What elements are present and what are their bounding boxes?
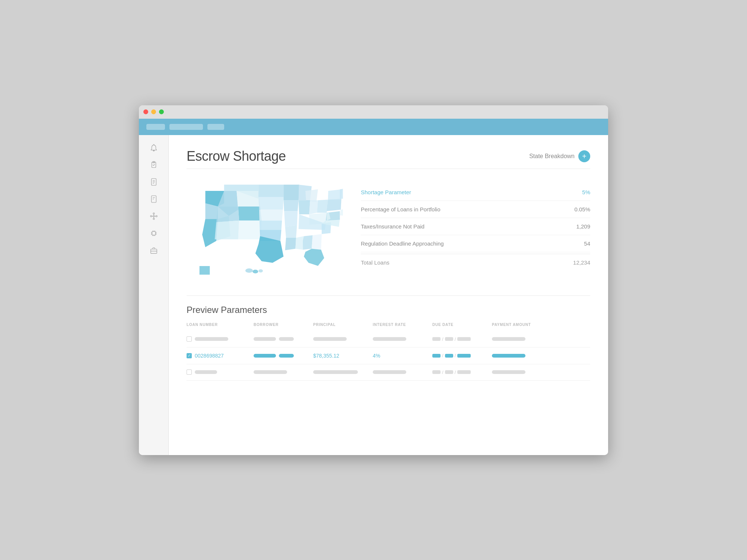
cell-date-1: / / <box>432 336 492 342</box>
svg-marker-54 <box>285 238 296 250</box>
cell-rate-1 <box>373 337 432 341</box>
preview-table: LOAN NUMBER BORROWER PRINCIPAL INTEREST … <box>187 323 590 381</box>
svg-point-75 <box>245 268 253 273</box>
svg-marker-57 <box>305 189 318 202</box>
date-block-active-b <box>445 354 453 358</box>
svg-marker-40 <box>238 207 262 221</box>
state-breakdown-button[interactable]: State Breakdown + <box>529 150 590 162</box>
rate-value: 4% <box>373 353 380 359</box>
loan-bar-3 <box>195 370 217 374</box>
date-block-1c <box>457 337 471 341</box>
stat-label-regulation: Regulation Deadline Approaching <box>361 240 444 247</box>
svg-marker-45 <box>258 197 283 209</box>
svg-rect-18 <box>152 231 155 235</box>
svg-point-77 <box>258 269 263 272</box>
col-due-date: DUE DATE <box>432 323 492 330</box>
top-section: Shortage Parameter 5% Percentage of Loan… <box>187 178 590 284</box>
nav-pill-3[interactable] <box>207 124 224 130</box>
stats-panel: Shortage Parameter 5% Percentage of Loan… <box>361 178 590 271</box>
stat-label-total: Total Loans <box>361 259 390 266</box>
sidebar <box>139 135 169 455</box>
svg-marker-52 <box>284 211 298 227</box>
preview-section: Preview Parameters LOAN NUMBER BORROWER … <box>187 305 590 381</box>
nav-pill-2[interactable] <box>169 124 203 130</box>
cell-borrower-active <box>254 354 313 358</box>
bell-icon[interactable] <box>149 143 159 153</box>
add-state-breakdown-icon[interactable]: + <box>578 150 590 162</box>
cell-borrower-1 <box>254 337 313 341</box>
cell-loan-1 <box>187 336 254 342</box>
briefcase-icon[interactable] <box>149 245 159 256</box>
svg-marker-59 <box>309 200 318 214</box>
us-map-svg <box>187 178 343 282</box>
minimize-dot[interactable] <box>151 109 156 114</box>
maximize-dot[interactable] <box>159 109 164 114</box>
table-header: LOAN NUMBER BORROWER PRINCIPAL INTEREST … <box>187 323 590 330</box>
borrower-bar-active-1 <box>254 354 276 358</box>
amount-bar-3 <box>492 370 525 374</box>
amount-bar-1 <box>492 337 525 341</box>
network-icon[interactable] <box>149 211 159 221</box>
stat-row-total: Total Loans 12,234 <box>361 254 590 271</box>
stat-value-shortage: 5% <box>582 189 590 195</box>
date-block-3c <box>457 370 471 374</box>
svg-marker-50 <box>283 185 299 200</box>
svg-marker-42 <box>215 220 239 239</box>
checkbox-1[interactable] <box>187 336 192 342</box>
date-block-3a <box>432 370 441 374</box>
svg-marker-65 <box>304 249 324 266</box>
document2-icon[interactable] <box>149 194 159 204</box>
rate-bar-1 <box>373 337 406 341</box>
svg-point-11 <box>156 215 157 217</box>
cell-principal-1 <box>313 337 373 341</box>
section-divider <box>187 295 590 296</box>
loan-bar-1 <box>195 337 228 341</box>
processor-icon[interactable] <box>149 228 159 239</box>
clipboard-check-icon[interactable] <box>149 160 159 170</box>
svg-marker-41 <box>216 207 239 222</box>
stat-row-shortage-parameter: Shortage Parameter 5% <box>361 184 590 201</box>
stat-label-taxes: Taxes/Insurance Not Paid <box>361 223 425 230</box>
date-placeholder-3: / / <box>432 369 471 375</box>
stat-row-regulation: Regulation Deadline Approaching 54 <box>361 235 590 252</box>
stat-label-loans-portfolio: Percentage of Loans in Portfolio <box>361 206 440 212</box>
stat-row-taxes: Taxes/Insurance Not Paid 1,209 <box>361 218 590 235</box>
svg-marker-53 <box>285 225 297 238</box>
svg-point-10 <box>150 215 152 217</box>
date-block-3b <box>445 370 453 374</box>
date-block-1b <box>445 337 453 341</box>
borrower-bar-1a <box>254 337 276 341</box>
svg-point-9 <box>153 215 155 217</box>
date-block-active-c <box>457 354 471 358</box>
date-active: / / <box>432 353 471 358</box>
svg-marker-39 <box>236 191 260 207</box>
loan-number-link[interactable]: 0028698827 <box>195 353 224 359</box>
svg-marker-44 <box>258 185 283 197</box>
svg-marker-58 <box>299 200 310 214</box>
content-area: Escrow Shortage State Breakdown + <box>169 135 608 455</box>
date-placeholder-1: / / <box>432 336 471 342</box>
svg-point-13 <box>153 218 155 220</box>
svg-marker-55 <box>295 236 304 249</box>
table-row-placeholder-1: / / <box>187 331 590 348</box>
checkbox-3[interactable] <box>187 369 192 375</box>
svg-marker-46 <box>259 209 283 220</box>
stat-value-taxes: 1,209 <box>576 223 590 230</box>
svg-marker-64 <box>312 234 322 249</box>
table-row-active[interactable]: ✓ 0028698827 $78,355.12 4% <box>187 348 590 364</box>
stat-value-loans-portfolio: 0.05% <box>574 206 590 212</box>
svg-point-76 <box>252 269 258 273</box>
svg-marker-51 <box>283 200 298 211</box>
state-breakdown-label: State Breakdown <box>529 153 575 160</box>
cell-amount-1 <box>492 337 590 341</box>
document-icon[interactable] <box>149 177 159 187</box>
col-interest-rate: INTEREST RATE <box>373 323 432 330</box>
nav-pill-1[interactable] <box>146 124 165 130</box>
close-dot[interactable] <box>143 109 148 114</box>
checkbox-active[interactable]: ✓ <box>187 353 192 358</box>
cell-borrower-3 <box>254 370 313 374</box>
svg-marker-47 <box>260 220 282 230</box>
col-loan-number: LOAN NUMBER <box>187 323 254 330</box>
borrower-bar-3 <box>254 370 287 374</box>
principal-value: $78,355.12 <box>313 353 339 359</box>
